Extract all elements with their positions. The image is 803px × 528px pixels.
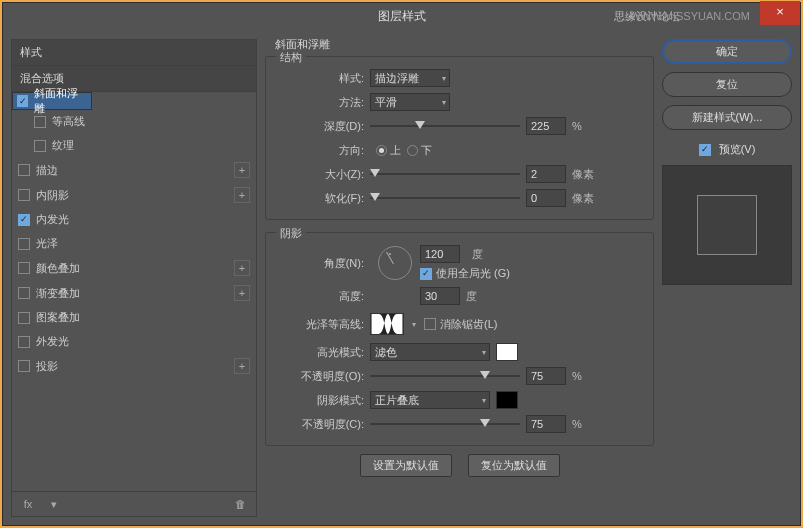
style-item-label: 颜色叠加 — [36, 261, 80, 276]
style-item-4[interactable]: 内阴影+ — [12, 183, 256, 208]
style-checkbox[interactable] — [34, 140, 46, 152]
cancel-button[interactable]: 复位 — [662, 72, 792, 97]
style-item-10[interactable]: 外发光 — [12, 330, 256, 354]
dialog-title: 图层样式 — [378, 8, 426, 25]
global-light-label: 使用全局光 (G) — [436, 266, 510, 281]
right-panel: 确定 复位 新建样式(W)... 预览(V) — [662, 39, 792, 517]
soften-unit: 像素 — [572, 191, 594, 206]
shadow-mode-label: 阴影模式: — [274, 393, 370, 408]
angle-input[interactable]: 120 — [420, 245, 460, 263]
fx-icon[interactable]: fx — [20, 496, 36, 512]
opacity-unit: % — [572, 370, 582, 382]
make-default-button[interactable]: 设置为默认值 — [360, 454, 452, 477]
style-item-0[interactable]: 斜面和浮雕 — [12, 92, 92, 110]
close-button[interactable]: × — [760, 1, 800, 25]
shadow-opacity-input[interactable]: 75 — [526, 415, 566, 433]
style-item-2[interactable]: 纹理 — [12, 134, 256, 158]
reset-default-button[interactable]: 复位为默认值 — [468, 454, 560, 477]
technique-label: 方法: — [274, 95, 370, 110]
style-item-label: 等高线 — [52, 114, 85, 129]
preview-checkbox[interactable] — [699, 144, 711, 156]
highlight-color-swatch[interactable] — [496, 343, 518, 361]
anti-alias-checkbox[interactable] — [424, 318, 436, 330]
style-item-label: 渐变叠加 — [36, 286, 80, 301]
global-light-checkbox[interactable] — [420, 268, 432, 280]
style-item-label: 外发光 — [36, 334, 69, 349]
altitude-input[interactable]: 30 — [420, 287, 460, 305]
style-item-label: 斜面和浮雕 — [34, 86, 85, 116]
direction-label: 方向: — [274, 143, 370, 158]
shadow-opacity-label: 不透明度(C): — [274, 417, 370, 432]
titlebar: 图层样式 思缘设计论坛 WWW.MISSYUAN.COM × — [3, 3, 800, 29]
size-input[interactable]: 2 — [526, 165, 566, 183]
plus-icon[interactable]: + — [234, 187, 250, 203]
soften-input[interactable]: 0 — [526, 189, 566, 207]
style-item-label: 投影 — [36, 359, 58, 374]
style-checkbox[interactable] — [18, 262, 30, 274]
style-checkbox[interactable] — [18, 189, 30, 201]
plus-icon[interactable]: + — [234, 358, 250, 374]
style-item-3[interactable]: 描边+ — [12, 158, 256, 183]
style-label: 样式: — [274, 71, 370, 86]
shadow-color-swatch[interactable] — [496, 391, 518, 409]
new-style-button[interactable]: 新建样式(W)... — [662, 105, 792, 130]
technique-select[interactable]: 平滑▾ — [370, 93, 450, 111]
style-checkbox[interactable] — [18, 360, 30, 372]
angle-dial[interactable] — [378, 246, 412, 280]
depth-slider[interactable] — [370, 119, 520, 133]
style-item-5[interactable]: 内发光 — [12, 208, 256, 232]
style-item-9[interactable]: 图案叠加 — [12, 306, 256, 330]
style-item-8[interactable]: 渐变叠加+ — [12, 281, 256, 306]
highlight-opacity-slider[interactable] — [370, 369, 520, 383]
trash-icon[interactable]: 🗑 — [232, 496, 248, 512]
style-item-label: 内阴影 — [36, 188, 69, 203]
chevron-down-icon[interactable]: ▾ — [46, 496, 62, 512]
shading-title: 阴影 — [276, 226, 306, 241]
gloss-contour-label: 光泽等高线: — [274, 317, 370, 332]
ok-button[interactable]: 确定 — [662, 39, 792, 64]
style-item-7[interactable]: 颜色叠加+ — [12, 256, 256, 281]
highlight-opacity-label: 不透明度(O): — [274, 369, 370, 384]
watermark-url: WWW.MISSYUAN.COM — [630, 10, 750, 22]
style-checkbox[interactable] — [34, 116, 46, 128]
style-checkbox[interactable] — [17, 95, 28, 107]
panel-title: 斜面和浮雕 — [275, 37, 664, 52]
style-list: 斜面和浮雕等高线纹理描边+内阴影+内发光光泽颜色叠加+渐变叠加+图案叠加外发光投… — [12, 92, 256, 491]
size-unit: 像素 — [572, 167, 594, 182]
style-checkbox[interactable] — [18, 336, 30, 348]
style-item-11[interactable]: 投影+ — [12, 354, 256, 379]
style-select[interactable]: 描边浮雕▾ — [370, 69, 450, 87]
structure-title: 结构 — [276, 50, 306, 65]
opacity-unit-2: % — [572, 418, 582, 430]
plus-icon[interactable]: + — [234, 260, 250, 276]
depth-input[interactable]: 225 — [526, 117, 566, 135]
style-item-label: 图案叠加 — [36, 310, 80, 325]
style-item-label: 描边 — [36, 163, 58, 178]
plus-icon[interactable]: + — [234, 285, 250, 301]
styles-header[interactable]: 样式 — [12, 40, 256, 66]
shadow-mode-select[interactable]: 正片叠底▾ — [370, 391, 490, 409]
highlight-mode-label: 高光模式: — [274, 345, 370, 360]
size-slider[interactable] — [370, 167, 520, 181]
gloss-contour-picker[interactable] — [370, 313, 404, 335]
styles-panel: 样式 混合选项 斜面和浮雕等高线纹理描边+内阴影+内发光光泽颜色叠加+渐变叠加+… — [11, 39, 257, 517]
anti-alias-label: 消除锯齿(L) — [440, 317, 497, 332]
direction-up-radio[interactable] — [376, 145, 387, 156]
plus-icon[interactable]: + — [234, 162, 250, 178]
style-item-6[interactable]: 光泽 — [12, 232, 256, 256]
style-checkbox[interactable] — [18, 287, 30, 299]
altitude-label: 高度: — [274, 289, 370, 304]
style-checkbox[interactable] — [18, 214, 30, 226]
highlight-opacity-input[interactable]: 75 — [526, 367, 566, 385]
altitude-unit: 度 — [466, 289, 477, 304]
direction-down-radio[interactable] — [407, 145, 418, 156]
settings-panel: 斜面和浮雕 结构 样式: 描边浮雕▾ 方法: 平滑▾ 深度(D): 225 % — [265, 39, 654, 517]
style-checkbox[interactable] — [18, 164, 30, 176]
style-checkbox[interactable] — [18, 238, 30, 250]
shadow-opacity-slider[interactable] — [370, 417, 520, 431]
style-checkbox[interactable] — [18, 312, 30, 324]
highlight-mode-select[interactable]: 滤色▾ — [370, 343, 490, 361]
soften-slider[interactable] — [370, 191, 520, 205]
style-item-label: 光泽 — [36, 236, 58, 251]
depth-unit: % — [572, 120, 582, 132]
